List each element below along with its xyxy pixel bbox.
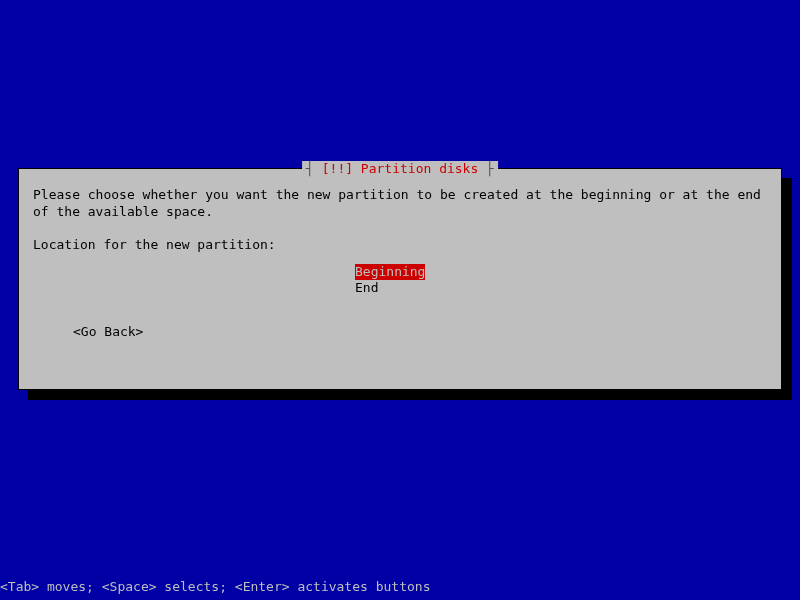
instruction-text: Please choose whether you want the new p… <box>33 187 767 221</box>
dialog-content: Please choose whether you want the new p… <box>19 169 781 359</box>
prompt-text: Location for the new partition: <box>33 237 767 254</box>
options-list: Beginning End <box>33 264 767 297</box>
dialog-title: ┤ [!!] Partition disks ├ <box>302 161 498 176</box>
option-end[interactable]: End <box>355 280 378 296</box>
go-back-button[interactable]: <Go Back> <box>33 324 767 341</box>
title-text: Partition disks <box>361 161 478 176</box>
title-marks: [!!] <box>322 161 353 176</box>
partition-dialog: ┤ [!!] Partition disks ├ Please choose w… <box>18 168 782 390</box>
option-beginning[interactable]: Beginning <box>355 264 425 280</box>
footer-help: <Tab> moves; <Space> selects; <Enter> ac… <box>0 579 430 594</box>
